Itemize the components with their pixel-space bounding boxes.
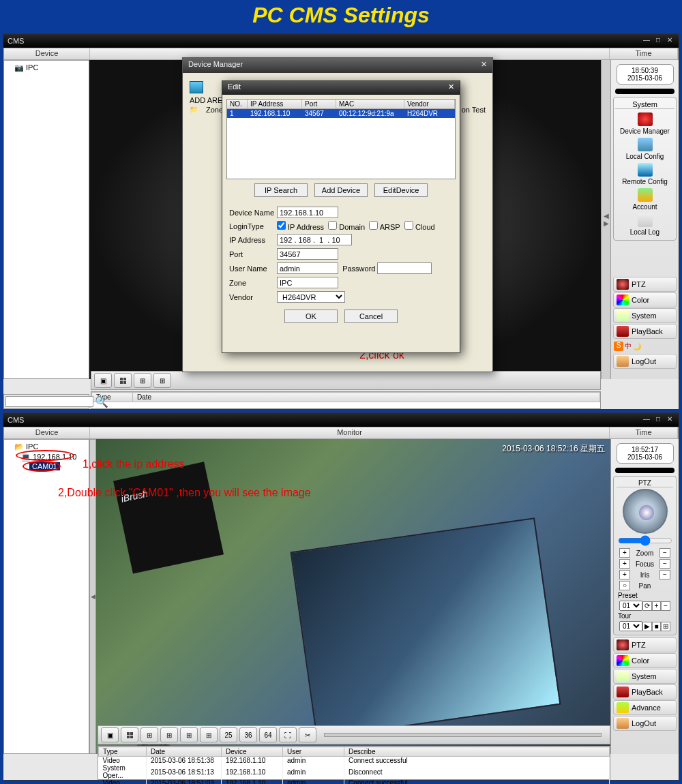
add-device-button[interactable]: Add Device bbox=[314, 183, 368, 197]
input-ipaddress[interactable] bbox=[277, 234, 352, 245]
iris-minus[interactable]: − bbox=[659, 570, 670, 579]
side-playback-2[interactable]: PlayBack bbox=[613, 684, 677, 699]
input-zone[interactable] bbox=[277, 277, 338, 288]
layout-1[interactable]: ▣ bbox=[94, 373, 112, 388]
snapshot-button[interactable]: ✂ bbox=[299, 727, 316, 742]
list-row-selected[interactable]: 1 192.168.1.10 34567 00:12:12:9d:21:9a H… bbox=[227, 109, 455, 118]
ptz-wheel[interactable] bbox=[623, 489, 668, 534]
input-port[interactable] bbox=[277, 248, 338, 260]
device-tree-1[interactable]: 📷 IPC bbox=[3, 60, 89, 379]
min-button[interactable]: — bbox=[642, 36, 651, 46]
layout-9[interactable]: ⊞ bbox=[134, 373, 151, 388]
device-tree-2[interactable]: 📂 IPC 💻 192.168.1.10 CAM01 bbox=[3, 439, 89, 754]
layout-25[interactable]: 25 bbox=[220, 727, 237, 742]
layout-1[interactable]: ▣ bbox=[101, 727, 119, 742]
col-port[interactable]: Port bbox=[302, 100, 336, 108]
layout-16[interactable]: ⊞ bbox=[153, 373, 171, 388]
log-col-date[interactable]: Date bbox=[133, 393, 600, 402]
tour-stop[interactable]: ■ bbox=[652, 622, 662, 631]
device-list[interactable]: NO. IP Address Port MAC Vendor 1 192.168… bbox=[226, 99, 456, 179]
add-area-icon[interactable] bbox=[190, 81, 203, 93]
log-row[interactable]: System Oper...2015-03-06 18:51:13192.168… bbox=[99, 764, 610, 779]
preset-del[interactable]: − bbox=[661, 601, 670, 611]
log-col-user[interactable]: User bbox=[283, 747, 344, 757]
log-row[interactable]: Video2015-03-06 18:51:03192.168.1.10admi… bbox=[99, 779, 610, 784]
edit-ok-button[interactable]: OK bbox=[284, 310, 338, 323]
col-mac[interactable]: MAC bbox=[336, 100, 404, 108]
sys-account[interactable]: Account bbox=[615, 187, 674, 212]
log-col-device[interactable]: Device bbox=[222, 747, 283, 757]
pan-toggle[interactable]: ○ bbox=[619, 581, 630, 590]
input-password[interactable] bbox=[377, 262, 432, 274]
layout-36[interactable]: 36 bbox=[239, 727, 257, 742]
input-username[interactable] bbox=[277, 262, 338, 274]
side-ptz-2[interactable]: PTZ bbox=[613, 637, 677, 652]
ptz-speed-slider[interactable] bbox=[618, 535, 672, 546]
side-advance[interactable]: Advance bbox=[613, 700, 677, 715]
layout-8[interactable]: ⊞ bbox=[160, 727, 178, 742]
close-button[interactable]: ✕ bbox=[665, 36, 674, 46]
fullscreen-button[interactable]: ⛶ bbox=[279, 727, 297, 742]
ip-search-button[interactable]: IP Search bbox=[254, 183, 308, 197]
zoom-minus[interactable]: − bbox=[659, 548, 670, 558]
sys-local-log[interactable]: Local Log bbox=[615, 212, 674, 237]
tour-grid[interactable]: ⊞ bbox=[661, 622, 670, 631]
side-logout[interactable]: LogOut bbox=[613, 354, 677, 369]
select-vendor[interactable]: H264DVR bbox=[277, 291, 345, 303]
collapse-handle[interactable]: ◀▶ bbox=[601, 60, 610, 379]
sys-local-config[interactable]: Local Config bbox=[615, 136, 674, 162]
tree-root[interactable]: 📂 IPC bbox=[6, 442, 87, 452]
ptz-center[interactable] bbox=[639, 505, 654, 520]
side-logout-2[interactable]: LogOut bbox=[613, 716, 677, 731]
log-col-date[interactable]: Date bbox=[147, 747, 222, 757]
log-row[interactable]: Video2015-03-06 18:51:38192.168.1.10admi… bbox=[99, 757, 610, 765]
close-button[interactable]: ✕ bbox=[665, 415, 674, 425]
preset-add[interactable]: + bbox=[652, 601, 662, 611]
layout-64[interactable]: 64 bbox=[259, 727, 277, 742]
col-vendor[interactable]: Vendor bbox=[404, 100, 455, 108]
max-button[interactable]: □ bbox=[653, 415, 663, 425]
log-col-describe[interactable]: Describe bbox=[344, 747, 610, 757]
preset-go[interactable]: ⟳ bbox=[642, 601, 652, 611]
tree-root-ipc[interactable]: 📷 IPC bbox=[6, 63, 87, 73]
col-ip[interactable]: IP Address bbox=[248, 100, 302, 108]
log-col-type[interactable]: Type bbox=[99, 747, 147, 757]
preset-select[interactable]: 01 bbox=[619, 601, 642, 611]
tree-cam[interactable]: CAM01 bbox=[6, 462, 87, 470]
side-ptz[interactable]: PTZ bbox=[613, 277, 677, 292]
layout-4[interactable] bbox=[114, 373, 132, 388]
dm-close-icon[interactable]: ✕ bbox=[481, 60, 487, 71]
edit-close-icon[interactable]: ✕ bbox=[448, 82, 454, 93]
cb-ip[interactable]: IP Address bbox=[277, 221, 324, 231]
collapse-handle-2[interactable]: ◀ bbox=[89, 439, 96, 754]
iris-plus[interactable]: + bbox=[619, 570, 630, 579]
tour-select[interactable]: 01 bbox=[619, 621, 642, 631]
col-no[interactable]: NO. bbox=[227, 100, 248, 108]
side-color[interactable]: Color bbox=[613, 292, 677, 307]
side-playback[interactable]: PlayBack bbox=[613, 324, 677, 339]
zoom-plus[interactable]: + bbox=[619, 548, 630, 558]
min-button[interactable]: — bbox=[642, 415, 651, 425]
cb-arsp[interactable]: ARSP bbox=[369, 221, 400, 231]
search-icon[interactable]: 🔍 bbox=[95, 395, 108, 408]
input-devicename[interactable] bbox=[277, 207, 338, 218]
device-search-input[interactable] bbox=[5, 396, 93, 407]
cb-cloud[interactable]: Cloud bbox=[404, 221, 435, 231]
side-color-2[interactable]: Color bbox=[613, 653, 677, 668]
max-button[interactable]: □ bbox=[653, 36, 663, 46]
layout-4[interactable] bbox=[121, 727, 138, 742]
volume-slider[interactable] bbox=[324, 733, 602, 737]
edit-device-button[interactable]: EditDevice bbox=[374, 183, 428, 197]
cb-domain[interactable]: Domain bbox=[328, 221, 365, 231]
tree-ip[interactable]: 💻 192.168.1.10 bbox=[6, 452, 87, 462]
sys-remote-config[interactable]: Remote Config bbox=[615, 162, 674, 187]
side-system-2[interactable]: System bbox=[613, 669, 677, 684]
tour-play[interactable]: ▶ bbox=[642, 622, 652, 631]
layout-6[interactable]: ⊞ bbox=[140, 727, 158, 742]
focus-minus[interactable]: − bbox=[659, 559, 670, 569]
side-system[interactable]: System bbox=[613, 308, 677, 323]
tray-icon[interactable]: S bbox=[614, 342, 623, 351]
sys-device-manager[interactable]: Device Manager bbox=[615, 111, 674, 136]
live-video-view[interactable]: 2015-03-06 18:52:16 星期五 CAM01 iBrush bbox=[96, 439, 610, 754]
layout-9[interactable]: ⊞ bbox=[180, 727, 198, 742]
